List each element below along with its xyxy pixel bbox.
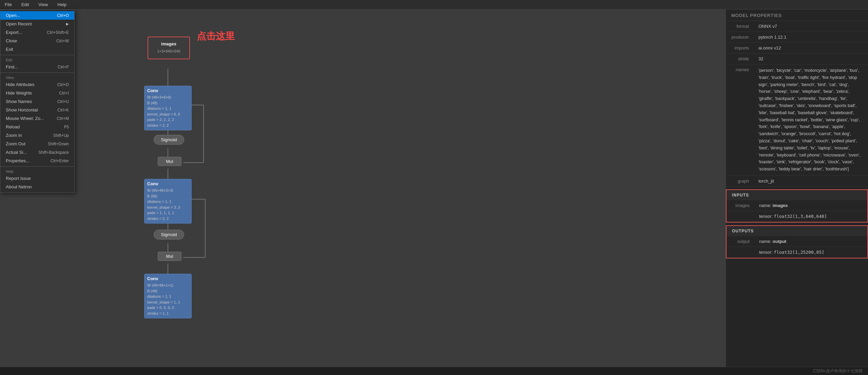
output-name-row: output name: output bbox=[727, 236, 867, 247]
input-images-tensor-row: tensor: float32[1,3,640,640] bbox=[727, 211, 867, 222]
prop-format: format ONNX v7 bbox=[726, 21, 868, 32]
menu-show-names[interactable]: Show Names Ctrl+U bbox=[0, 97, 74, 106]
inputs-section-header: INPUTS bbox=[727, 190, 867, 200]
menu-reload[interactable]: Reload F5 bbox=[0, 123, 74, 131]
menu-properties[interactable]: Properties... Ctrl+Enter bbox=[0, 157, 74, 165]
menu-find[interactable]: Find... Ctrl+F bbox=[0, 63, 74, 71]
menu-show-horizontal[interactable]: Show Horizontal Ctrl+K bbox=[0, 106, 74, 114]
inputs-section: INPUTS images name: images tensor: float… bbox=[726, 189, 868, 223]
prop-names: names 'person', 'bicycle', 'car', 'motor… bbox=[726, 64, 868, 176]
menu-help[interactable]: Help bbox=[55, 1, 69, 8]
right-panel: MODEL PROPERTIES format ONNX v7 producer… bbox=[726, 9, 868, 367]
menu-file[interactable]: File bbox=[3, 1, 14, 8]
prop-producer: producer pytorch 1.12.1 bbox=[726, 32, 868, 43]
menu-bar: File Edit View Help bbox=[0, 0, 868, 9]
conv2-node[interactable]: Conv W (96×48×3×3) B (96) dilations = 1,… bbox=[144, 179, 192, 224]
file-dropdown-menu: Open... Ctrl+O Open Recent ▶ Export... C… bbox=[0, 9, 75, 193]
status-bar: CSDN @卢本伟的十七张牌 bbox=[0, 367, 868, 375]
menu-edit[interactable]: Edit bbox=[19, 1, 31, 8]
mul1-label: Mul bbox=[160, 159, 179, 164]
menu-close[interactable]: Close Ctrl+W bbox=[0, 37, 74, 45]
right-panel-title: MODEL PROPERTIES bbox=[726, 9, 868, 21]
menu-view[interactable]: View bbox=[36, 1, 50, 8]
mul2-label: Mul bbox=[160, 254, 179, 259]
click-annotation: 点击这里 bbox=[197, 30, 235, 43]
inputs-table: images name: images tensor: float32[1,3,… bbox=[727, 200, 867, 222]
main-area: Open... Ctrl+O Open Recent ▶ Export... C… bbox=[0, 9, 868, 367]
conv3-node[interactable]: Conv W (48×96×1×1) B (48) dilations = 1,… bbox=[144, 274, 192, 318]
menu-hide-attributes[interactable]: Hide Attributes Ctrl+D bbox=[0, 80, 74, 89]
status-text: CSDN @卢本伟的十七张牌 bbox=[813, 368, 863, 374]
edit-section-label: Edit bbox=[0, 57, 74, 63]
menu-mouse-wheel[interactable]: Mouse Wheel: Zo... Ctrl+M bbox=[0, 114, 74, 123]
prop-graph: graph torch_jit bbox=[726, 175, 868, 186]
input-node-label: images bbox=[151, 41, 187, 46]
menu-export[interactable]: Export... Ctrl+Shift+E bbox=[0, 28, 74, 37]
connection-lines bbox=[0, 9, 726, 367]
menu-about-netron[interactable]: About Netron bbox=[0, 183, 74, 191]
mul2-node[interactable]: Mul bbox=[158, 252, 181, 261]
help-section-label: Help bbox=[0, 168, 74, 174]
menu-open[interactable]: Open... Ctrl+O bbox=[0, 11, 74, 20]
output-tensor-row: tensor: float32[1,25200,85] bbox=[727, 247, 867, 257]
sigmoid1-node[interactable]: Sigmoid bbox=[154, 135, 184, 145]
model-properties-table: format ONNX v7 producer pytorch 1.12.1 i… bbox=[726, 21, 868, 187]
menu-exit[interactable]: Exit bbox=[0, 45, 74, 54]
input-images-name-row: images name: images bbox=[727, 200, 867, 211]
menu-zoom-out[interactable]: Zoom Out Shift+Down bbox=[0, 140, 74, 148]
model-canvas[interactable]: images 1×3×640×540 Conv W (48×3×6×6) B (… bbox=[0, 9, 726, 367]
sigmoid2-label: Sigmoid bbox=[156, 232, 182, 237]
outputs-section-header: OUTPUTS bbox=[727, 226, 867, 236]
menu-open-recent[interactable]: Open Recent ▶ bbox=[0, 20, 74, 28]
input-node[interactable]: images 1×3×640×540 bbox=[148, 37, 190, 59]
sigmoid1-label: Sigmoid bbox=[156, 137, 182, 142]
sigmoid2-node[interactable]: Sigmoid bbox=[154, 230, 184, 239]
prop-stride: stride 32 bbox=[726, 54, 868, 64]
conv1-node[interactable]: Conv W (48×3×6×6) B (48) dilations = 1, … bbox=[144, 86, 192, 130]
prop-imports: imports ai.onnx v12 bbox=[726, 43, 868, 54]
outputs-table: output name: output tensor: float32[1,25… bbox=[727, 236, 867, 258]
input-node-dim: 1×3×640×540 bbox=[151, 48, 187, 55]
outputs-section: OUTPUTS output name: output tensor: floa… bbox=[726, 225, 868, 258]
menu-actual-size[interactable]: Actual Si... Shift+Backspace bbox=[0, 148, 74, 157]
mul1-node[interactable]: Mul bbox=[158, 157, 181, 166]
menu-report-issue[interactable]: Report Issue bbox=[0, 174, 74, 183]
menu-hide-weights[interactable]: Hide Weights Ctrl+I bbox=[0, 89, 74, 97]
menu-zoom-in[interactable]: Zoom In Shift+Up bbox=[0, 131, 74, 140]
view-section-label: View bbox=[0, 74, 74, 80]
